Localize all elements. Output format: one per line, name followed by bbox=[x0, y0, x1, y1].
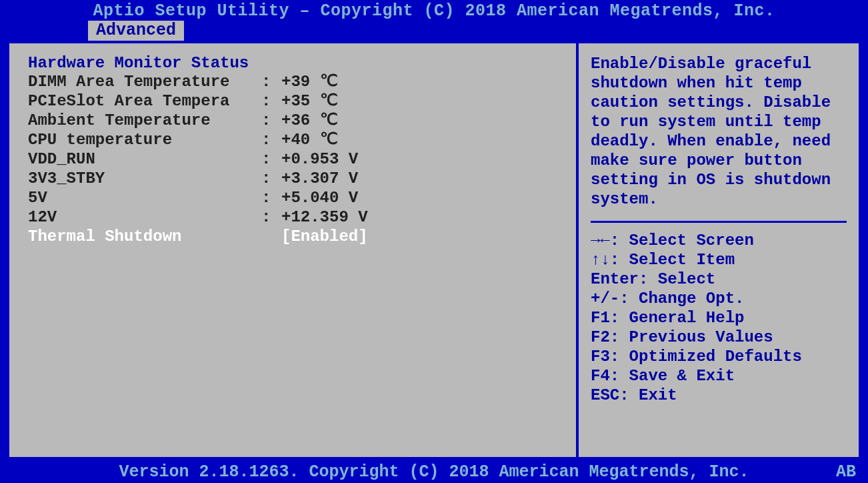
hint-enter: Enter: Select bbox=[591, 270, 847, 289]
title-bar: Aptio Setup Utility – Copyright (C) 2018… bbox=[0, 0, 868, 21]
readout-value: +12.359 V bbox=[281, 207, 368, 227]
option-label: Thermal Shutdown bbox=[28, 227, 261, 246]
readout-sep: : bbox=[261, 188, 281, 207]
readout-value: +0.953 V bbox=[281, 149, 358, 169]
tab-strip: Advanced bbox=[0, 21, 868, 41]
hint-f1: F1: General Help bbox=[591, 308, 847, 328]
bios-screen: Aptio Setup Utility – Copyright (C) 2018… bbox=[0, 0, 868, 483]
readout-row: 3V3_STBY : +3.307 V bbox=[28, 169, 560, 188]
readout-sep: : bbox=[261, 130, 281, 149]
readout-row: Ambient Temperature : +36 ℃ bbox=[28, 111, 560, 130]
readout-label: Ambient Temperature bbox=[28, 111, 261, 130]
readout-row: DIMM Area Temperature : +39 ℃ bbox=[28, 72, 560, 91]
hint-select-item: ↑↓: Select Item bbox=[591, 250, 847, 270]
readout-label: 12V bbox=[28, 207, 261, 227]
hint-esc: ESC: Exit bbox=[591, 386, 847, 405]
help-divider bbox=[591, 221, 847, 223]
readout-label: CPU temperature bbox=[28, 130, 261, 149]
footer-version: Version 2.18.1263. Copyright (C) 2018 Am… bbox=[0, 460, 868, 483]
hint-f4: F4: Save & Exit bbox=[591, 366, 847, 386]
readout-row: 5V : +5.040 V bbox=[28, 188, 560, 207]
readout-label: VDD_RUN bbox=[28, 149, 261, 169]
left-pane: Hardware Monitor Status DIMM Area Temper… bbox=[9, 43, 579, 457]
tab-advanced[interactable]: Advanced bbox=[88, 21, 184, 41]
readout-label: PCIeSlot Area Tempera bbox=[28, 91, 261, 111]
readout-sep: : bbox=[261, 111, 281, 130]
right-pane: Enable/Disable graceful shutdown when hi… bbox=[579, 43, 859, 457]
help-text: Enable/Disable graceful shutdown when hi… bbox=[591, 54, 847, 209]
readout-value: +36 ℃ bbox=[281, 111, 338, 130]
readout-sep: : bbox=[261, 169, 281, 188]
readout-row: VDD_RUN : +0.953 V bbox=[28, 149, 560, 169]
readout-sep: : bbox=[261, 72, 281, 91]
readout-value: +5.040 V bbox=[281, 188, 358, 207]
readout-value: +39 ℃ bbox=[281, 72, 338, 91]
readout-row: 12V : +12.359 V bbox=[28, 207, 560, 227]
corner-badge: AB bbox=[836, 462, 856, 482]
readout-value: +3.307 V bbox=[281, 169, 358, 188]
option-sep bbox=[261, 227, 281, 246]
hint-f3: F3: Optimized Defaults bbox=[591, 347, 847, 366]
hint-select-screen: →←: Select Screen bbox=[591, 231, 847, 250]
hint-f2: F2: Previous Values bbox=[591, 328, 847, 347]
key-hints: →←: Select Screen ↑↓: Select Item Enter:… bbox=[591, 231, 847, 405]
readout-row: CPU temperature : +40 ℃ bbox=[28, 130, 560, 149]
readout-value: +35 ℃ bbox=[281, 91, 338, 111]
main-area: Hardware Monitor Status DIMM Area Temper… bbox=[7, 41, 861, 460]
readout-sep: : bbox=[261, 207, 281, 227]
option-value: [Enabled] bbox=[281, 227, 368, 246]
readout-row: PCIeSlot Area Tempera : +35 ℃ bbox=[28, 91, 560, 111]
readout-label: DIMM Area Temperature bbox=[28, 72, 261, 91]
section-title: Hardware Monitor Status bbox=[28, 54, 560, 72]
readout-sep: : bbox=[261, 91, 281, 111]
readout-label: 3V3_STBY bbox=[28, 169, 261, 188]
hint-change: +/-: Change Opt. bbox=[591, 289, 847, 308]
readout-value: +40 ℃ bbox=[281, 130, 338, 149]
readout-sep: : bbox=[261, 149, 281, 169]
readout-label: 5V bbox=[28, 188, 261, 207]
thermal-shutdown-option[interactable]: Thermal Shutdown [Enabled] bbox=[28, 227, 560, 246]
